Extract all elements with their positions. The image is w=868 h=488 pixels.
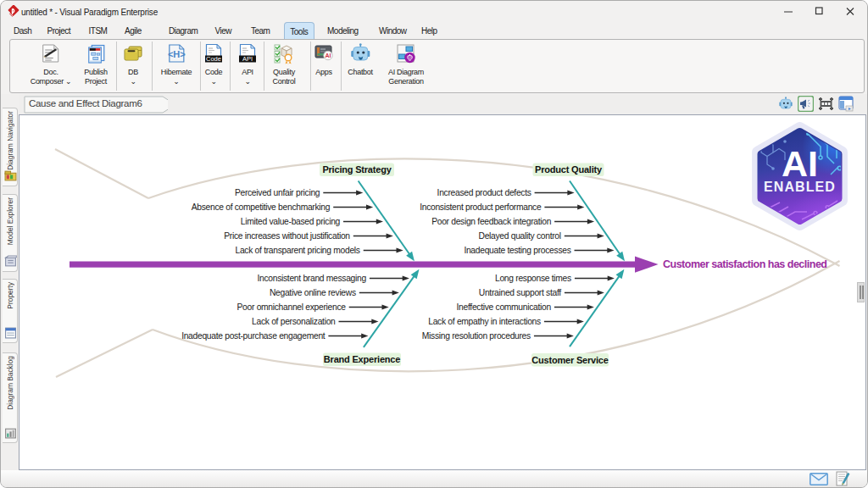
svg-text:Long response times: Long response times	[495, 274, 571, 283]
svg-text:Perceived unfair pricing: Perceived unfair pricing	[235, 188, 320, 197]
svg-text:Customer Service: Customer Service	[531, 355, 608, 365]
svg-text:Pricing Strategy: Pricing Strategy	[322, 164, 392, 175]
svg-text:Inadequate post-purchase engag: Inadequate post-purchase engagement	[181, 331, 326, 341]
svg-text:Inconsistent product performan: Inconsistent product performance	[420, 202, 542, 212]
svg-text:Lack of empathy in interaction: Lack of empathy in interactions	[428, 317, 541, 326]
svg-text:AI: AI	[326, 53, 331, 58]
svg-text:Price increases without justif: Price increases without justification	[224, 231, 350, 241]
svg-text:Delayed quality control: Delayed quality control	[479, 231, 561, 241]
svg-text:Poor omnichannel experience: Poor omnichannel experience	[237, 302, 347, 312]
svg-text:Lack of transparent pricing mo: Lack of transparent pricing models	[235, 246, 359, 255]
svg-text:Poor design feedback integrati: Poor design feedback integration	[431, 217, 552, 226]
svg-text:Absence of competitive benchma: Absence of competitive benchmarking	[192, 202, 331, 212]
svg-text:Brand Experience: Brand Experience	[324, 354, 400, 364]
svg-text:Limited value-based pricing: Limited value-based pricing	[241, 217, 341, 226]
svg-text:Inconsistent brand messaging: Inconsistent brand messaging	[257, 274, 366, 283]
svg-text:Increased product defects: Increased product defects	[437, 188, 531, 197]
svg-text:Inadequate testing processes: Inadequate testing processes	[464, 246, 570, 255]
svg-text:Missing resolution procedures: Missing resolution procedures	[422, 331, 531, 341]
svg-text:Product Quality: Product Quality	[535, 164, 603, 175]
svg-text:AI: AI	[782, 143, 818, 184]
svg-text:Customer satisfaction has decl: Customer satisfaction has declined	[663, 258, 826, 270]
svg-text:API: API	[242, 55, 253, 63]
svg-text:ENABLED: ENABLED	[764, 180, 836, 194]
svg-text:Ineffective communication: Ineffective communication	[457, 302, 552, 312]
svg-text:<H>: <H>	[168, 49, 186, 59]
svg-text:Lack of personalization: Lack of personalization	[252, 317, 336, 326]
svg-text:Negative online reviews: Negative online reviews	[270, 288, 356, 297]
svg-text:Untrained support staff: Untrained support staff	[479, 288, 562, 297]
svg-text:Code: Code	[206, 55, 221, 63]
